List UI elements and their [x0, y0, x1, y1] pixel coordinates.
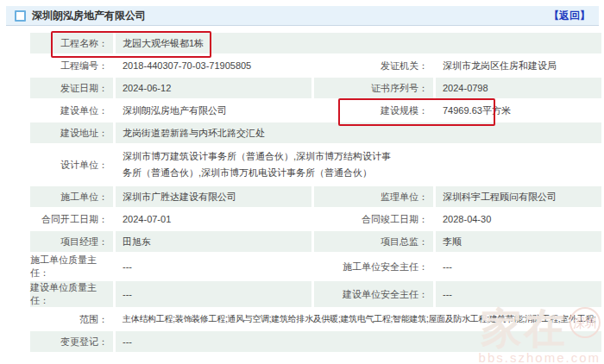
field-label: 监理单位： [314, 186, 433, 207]
field-value: 深圳科宇工程顾问有限公司 [436, 186, 601, 207]
table-row: 变更登记：--- [30, 331, 601, 352]
back-link[interactable]: 【返回】 [549, 9, 590, 23]
table-row: 施工单位质量主任：---施工单位安全主任：--- [30, 254, 601, 279]
field-value: --- [436, 254, 601, 279]
window-icon [15, 10, 26, 22]
field-value: 2024-06-12 [116, 78, 311, 98]
field-label: 施工单位安全主任： [314, 254, 433, 279]
info-table: 工程名称：龙园大观华银都1栋工程编号：2018-440307-70-03-719… [30, 33, 601, 354]
field-value: --- [436, 281, 601, 307]
field-label: 项目总监： [314, 231, 433, 252]
table-row: 范围：主体结构工程;装饰装修工程;通风与空调;建筑给排水及供暖;建筑电气工程;智… [30, 309, 601, 329]
field-label: 工程名称： [30, 33, 113, 53]
field-value: 74969.63平方米 [436, 100, 601, 121]
table-row: 设计单位：深圳市博万建筑设计事务所（普通合伙）,深圳市博万结构设计事务所（普通合… [30, 145, 601, 185]
field-value: 深圳市广胜达建设有限公司 [116, 186, 311, 207]
field-value: 深圳市龙岗区住房和建设局 [436, 55, 601, 76]
field-label: 证书序列号： [314, 78, 433, 98]
table-row: 工程编号：2018-440307-70-03-71905805发证机关：深圳市龙… [30, 55, 601, 76]
field-label: 范围： [30, 309, 113, 329]
field-value: 2024-0798 [436, 78, 601, 98]
field-label: 发证日期： [30, 78, 113, 98]
table-row: 施工单位：深圳市广胜达建设有限公司监理单位：深圳科宇工程顾问有限公司 [30, 186, 601, 207]
field-value: 2018-440307-70-03-71905805 [116, 55, 311, 76]
table-row: 建设单位：深圳朗泓房地产有限公司建设规模：74969.63平方米 [30, 100, 601, 121]
company-header-bar: 深圳朗泓房地产有限公司 【返回】 [6, 6, 599, 26]
table-row: 合同开工日期：2024-07-01合同竣工日期：2028-04-30 [30, 209, 601, 229]
field-value: 2024-07-01 [116, 209, 311, 229]
field-value: 2028-04-30 [436, 209, 601, 229]
field-label: 建设单位： [30, 100, 113, 121]
field-value: 田旭东 [116, 231, 311, 252]
field-label: 合同竣工日期： [314, 209, 433, 229]
field-label: 发证机关： [314, 55, 433, 76]
field-label: 工程编号： [30, 55, 113, 76]
field-label: 建设规模： [314, 100, 433, 121]
field-label: 合同开工日期： [30, 209, 113, 229]
field-label: 建设单位安全主任： [314, 281, 433, 307]
field-label: 建设单位质量主任： [30, 281, 113, 307]
field-value: 深圳朗泓房地产有限公司 [116, 100, 311, 121]
field-label: 设计单位： [30, 145, 113, 185]
field-value: --- [116, 254, 311, 279]
table-row: 发证日期：2024-06-12证书序列号：2024-0798 [30, 78, 601, 98]
field-value: --- [116, 331, 601, 352]
field-value: --- [116, 281, 311, 307]
company-title: 深圳朗泓房地产有限公司 [32, 9, 146, 23]
field-label: 变更登记： [30, 331, 113, 352]
field-label: 施工单位质量主任： [30, 254, 113, 279]
table-row: 建设单位质量主任：---建设单位安全主任：--- [30, 281, 601, 307]
field-value: 深圳市博万建筑设计事务所（普通合伙）,深圳市博万结构设计事务所（普通合伙）,深圳… [116, 145, 601, 185]
table-row: 建设地址：龙岗街道碧新路与内环北路交汇处 [30, 122, 601, 143]
table-row: 工程名称：龙园大观华银都1栋 [30, 33, 601, 53]
field-label: 项目经理： [30, 231, 113, 252]
field-value: 主体结构工程;装饰装修工程;通风与空调;建筑给排水及供暖;建筑电气工程;智能建筑… [116, 309, 601, 329]
field-value: 李顺 [436, 231, 601, 252]
table-row: 项目经理：田旭东项目总监：李顺 [30, 231, 601, 252]
field-value: 龙园大观华银都1栋 [116, 33, 601, 53]
field-label: 建设地址： [30, 122, 113, 143]
field-value: 龙岗街道碧新路与内环北路交汇处 [116, 122, 601, 143]
field-label: 施工单位： [30, 186, 113, 207]
